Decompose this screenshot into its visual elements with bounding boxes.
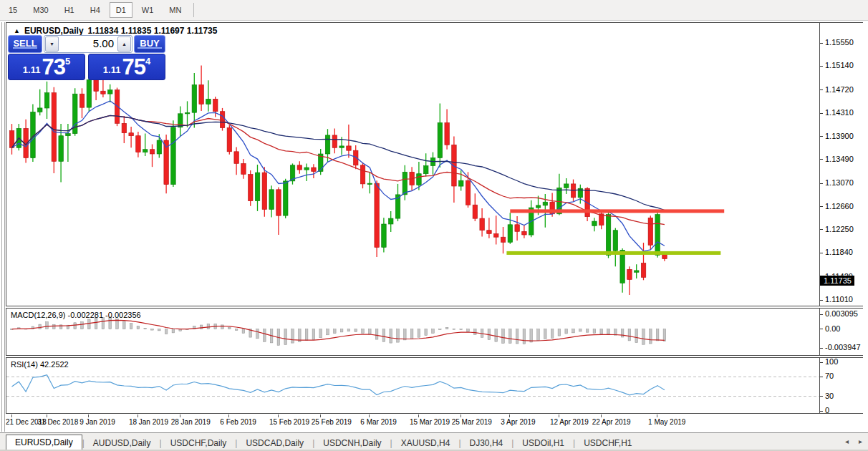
- date-axis-tick: [320, 414, 321, 417]
- chart-tab-audusd-daily[interactable]: AUDUSD,Daily: [85, 436, 160, 450]
- macd-name: MACD(12,26,9): [11, 311, 65, 319]
- chart-ohlc-values: 1.11834 1.11835 1.11697 1.11735: [88, 26, 218, 36]
- one-click-trade-panel: SELL ▾ 5.00 ▴ BUY 1.11 73 5: [8, 35, 165, 80]
- rsi-axis-tick: [820, 396, 823, 397]
- price-chart-panel: ▲ EURUSD,Daily 1.11834 1.11835 1.11697 1…: [6, 22, 863, 306]
- date-axis-label: 18 Jan 2019: [129, 418, 168, 426]
- rsi-axis-label: 70: [825, 372, 834, 380]
- date-axis-label: 15 Mar 2019: [410, 418, 450, 426]
- price-axis-tick: [820, 89, 823, 90]
- window-frame-left-inner: [4, 22, 5, 432]
- price-axis-tick: [820, 43, 823, 44]
- timeframe-button-d1[interactable]: D1: [110, 2, 132, 18]
- volume-input[interactable]: 5.00: [59, 36, 117, 52]
- price-axis-label: 1.13900: [825, 132, 854, 140]
- date-axis-label: 12 Apr 2019: [550, 418, 589, 426]
- date-axis-tick: [47, 414, 47, 417]
- date-axis-label: 1 May 2019: [648, 418, 685, 426]
- date-axis-label: 6 Mar 2019: [360, 418, 397, 426]
- volume-control: ▾ 5.00 ▴: [44, 35, 132, 53]
- buy-button[interactable]: BUY: [134, 35, 165, 53]
- chart-tab-usdcad-daily[interactable]: USDCAD,Daily: [237, 436, 312, 450]
- timeframe-toolbar: 15M30H1H4D1W1MN: [0, 0, 868, 21]
- macd-signal-value: -0.002356: [105, 311, 141, 319]
- date-axis-tick: [460, 414, 461, 417]
- tab-scroll-left-icon[interactable]: ◂: [845, 437, 849, 445]
- rsi-value: 42.2522: [40, 360, 69, 369]
- rsi-axis-tick: [820, 362, 823, 363]
- price-axis-tick: [820, 206, 823, 207]
- date-axis-label: 3 Apr 2019: [501, 418, 535, 426]
- price-axis-label: 1.11840: [825, 248, 853, 256]
- sell-price-big: 73: [42, 57, 64, 77]
- chart-tab-xauusd-h4[interactable]: XAUUSD,H4: [392, 436, 459, 450]
- timeframe-button-w1[interactable]: W1: [135, 2, 160, 18]
- rsi-axis-label: 30: [825, 392, 834, 400]
- date-axis-label: 28 Jan 2019: [171, 418, 211, 426]
- chart-tab-eurusd-daily[interactable]: EURUSD,Daily: [6, 435, 82, 450]
- chart-tab-bar: EURUSD,Daily|AUDUSD,Daily|USDCHF,Daily|U…: [0, 432, 868, 451]
- chart-tab-usdcnh-daily[interactable]: USDCNH,Daily: [314, 436, 390, 450]
- tab-scroll-right-icon[interactable]: ▸: [859, 437, 862, 445]
- price-axis-label: 1.11010: [825, 295, 853, 304]
- mt4-window: 15M30H1H4D1W1MN ▲ EURUSD,Daily 1.11834 1…: [0, 0, 868, 451]
- chart-tab-usdchf-daily[interactable]: USDCHF,Daily: [162, 436, 236, 450]
- rsi-canvas[interactable]: [6, 358, 819, 414]
- buy-price-big: 75: [122, 57, 145, 77]
- price-axis-label: 1.12660: [825, 202, 854, 210]
- macd-axis: 0.003095 0.00 -0.003947: [819, 309, 863, 355]
- date-axis-tick: [657, 414, 657, 417]
- rsi-panel: RSI(14) 42.2522 100 70 30 0: [6, 357, 863, 414]
- window-frame-left-outer: [1, 22, 2, 432]
- date-axis-tick: [601, 414, 602, 417]
- chart-title: ▲ EURUSD,Daily 1.11834 1.11835 1.11697 1…: [14, 26, 217, 36]
- date-axis-label: 15 Feb 2019: [269, 418, 309, 426]
- sell-price-prefix: 1.11: [23, 63, 41, 77]
- macd-axis-tick: [820, 314, 823, 315]
- chart-tab-dj30-h4[interactable]: DJ30,H4: [461, 436, 512, 450]
- price-axis-label: 1.15550: [825, 38, 854, 47]
- date-axis-tick: [180, 414, 180, 417]
- date-axis-tick: [228, 414, 229, 417]
- macd-axis-label: -0.003947: [825, 343, 861, 351]
- chart-tab-usdoil-h1[interactable]: USDOil,H1: [513, 436, 573, 450]
- macd-axis-label: 0.003095: [825, 309, 858, 318]
- timeframe-button-h1[interactable]: H1: [58, 2, 81, 18]
- price-axis-tick: [820, 136, 823, 137]
- rsi-axis-label: 100: [825, 357, 838, 366]
- chart-symbol-label: EURUSD,Daily: [24, 26, 84, 36]
- date-axis-tick: [88, 414, 89, 417]
- date-axis-label: 25 Mar 2019: [452, 418, 492, 426]
- timeframe-button-15[interactable]: 15: [2, 2, 24, 18]
- rsi-axis-tick: [820, 377, 823, 377]
- buy-price-display[interactable]: 1.11 75 4: [88, 54, 165, 80]
- timeframe-button-h4[interactable]: H4: [84, 2, 107, 18]
- date-axis-label: 25 Feb 2019: [312, 418, 352, 426]
- sell-price-display[interactable]: 1.11 73 5: [8, 54, 85, 80]
- macd-axis-tick: [820, 329, 823, 329]
- timeframe-button-m30[interactable]: M30: [26, 2, 54, 18]
- date-axis-label: 6 Feb 2019: [220, 418, 256, 426]
- price-axis-tick: [820, 300, 823, 301]
- volume-increase-button[interactable]: ▴: [117, 37, 131, 52]
- date-axis-tick: [11, 414, 12, 417]
- price-axis[interactable]: 1.15550 1.15140 1.14720 1.14310 1.13900 …: [819, 23, 863, 306]
- timeframe-button-mn[interactable]: MN: [163, 2, 188, 18]
- rsi-axis-tick: [820, 411, 823, 412]
- date-axis-tick: [509, 414, 510, 417]
- date-axis-tick: [138, 414, 138, 417]
- price-axis-tick: [820, 159, 823, 160]
- price-axis-tick: [820, 113, 823, 114]
- sell-button[interactable]: SELL: [8, 35, 42, 53]
- macd-label: MACD(12,26,9) -0.002281 -0.002356: [11, 311, 141, 319]
- volume-decrease-button[interactable]: ▾: [45, 37, 59, 52]
- price-axis-label: 1.12250: [825, 225, 854, 233]
- sell-button-label: SELL: [13, 38, 37, 49]
- price-axis-label: 1.13490: [825, 155, 854, 163]
- macd-panel: MACD(12,26,9) -0.002281 -0.002356 0.0030…: [6, 308, 863, 356]
- rsi-name: RSI(14): [11, 360, 38, 369]
- price-axis-label: 1.13070: [825, 178, 854, 187]
- trade-panel-toggle-icon[interactable]: ▲: [14, 27, 20, 34]
- date-axis[interactable]: 21 Dec 2018 31 Dec 2018 9 Jan 2019 18 Ja…: [6, 414, 863, 430]
- chart-tab-usdchf-h1[interactable]: USDCHF,H1: [575, 436, 640, 450]
